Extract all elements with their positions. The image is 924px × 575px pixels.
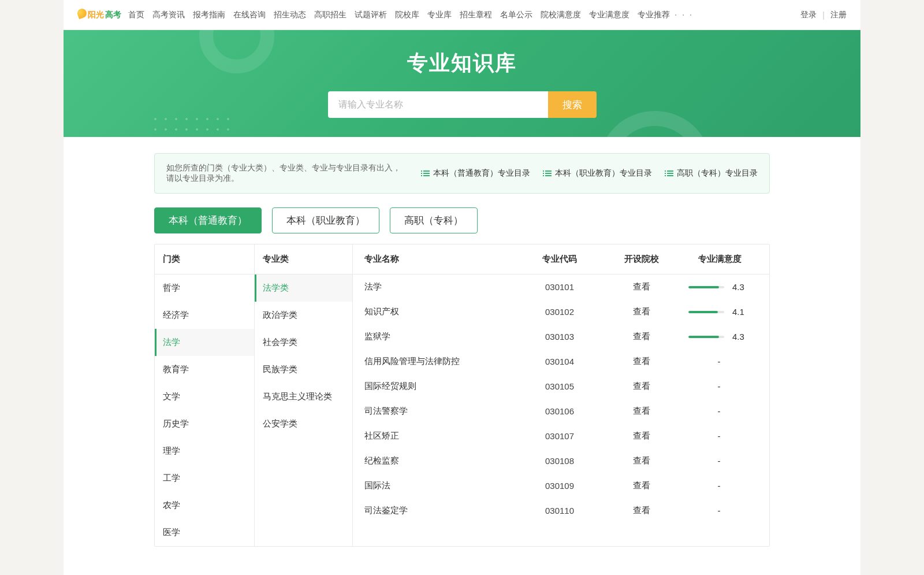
subclass-item[interactable]: 公安学类 (255, 410, 352, 437)
catalog-link-1[interactable]: 本科（职业教育）专业目录 (545, 168, 652, 179)
level-tab-0[interactable]: 本科（普通教育） (154, 207, 262, 233)
hero-decor-ring (199, 30, 274, 73)
nav-item-10[interactable]: 名单公示 (500, 10, 532, 20)
content: 如您所查的门类（专业大类）、专业类、专业与专业目录有出入，请以专业目录为准。 本… (154, 137, 770, 547)
nav-item-6[interactable]: 试题评析 (355, 10, 387, 20)
nav-item-8[interactable]: 专业库 (427, 10, 452, 20)
view-schools-link[interactable]: 查看 (601, 281, 682, 292)
search-button[interactable]: 搜索 (548, 91, 597, 118)
major-row: 司法鉴定学030110查看- (353, 498, 769, 523)
major-name[interactable]: 司法鉴定学 (353, 505, 518, 516)
score-bar (688, 336, 724, 338)
major-score: - (682, 456, 769, 466)
view-schools-link[interactable]: 查看 (601, 431, 682, 442)
category-item[interactable]: 教育学 (155, 356, 254, 383)
view-schools-link[interactable]: 查看 (601, 406, 682, 417)
search-wrap: 搜索 (328, 91, 597, 118)
nav-item-12[interactable]: 专业满意度 (589, 10, 629, 20)
major-name[interactable]: 监狱学 (353, 331, 518, 342)
catalog-link-0[interactable]: 本科（普通教育）专业目录 (423, 168, 530, 179)
major-code: 030103 (518, 332, 601, 342)
category-item[interactable]: 哲学 (155, 274, 254, 302)
major-score: 4.3 (682, 282, 769, 292)
view-schools-link[interactable]: 查看 (601, 455, 682, 466)
major-row: 司法警察学030106查看- (353, 399, 769, 424)
score-empty: - (688, 431, 750, 441)
major-name[interactable]: 信用风险管理与法律防控 (353, 356, 518, 367)
major-row: 信用风险管理与法律防控030104查看- (353, 349, 769, 374)
category-item[interactable]: 经济学 (155, 302, 254, 329)
view-schools-link[interactable]: 查看 (601, 356, 682, 367)
major-name[interactable]: 司法警察学 (353, 406, 518, 417)
major-name[interactable]: 社区矫正 (353, 431, 518, 442)
score-value: 4.3 (732, 282, 750, 292)
score-empty: - (688, 481, 750, 491)
major-code: 030105 (518, 381, 601, 391)
catalog-link-label: 本科（职业教育）专业目录 (555, 168, 652, 179)
search-input[interactable] (328, 91, 548, 118)
header-major-name: 专业名称 (353, 244, 518, 274)
level-tab-1[interactable]: 本科（职业教育） (272, 207, 379, 233)
category-item[interactable]: 文学 (155, 383, 254, 410)
subclass-item[interactable]: 政治学类 (255, 302, 352, 329)
nav-item-11[interactable]: 院校满意度 (541, 10, 581, 20)
nav-item-5[interactable]: 高职招生 (314, 10, 346, 20)
major-code: 030107 (518, 431, 601, 441)
majors-column: 专业名称 专业代码 开设院校 专业满意度 法学030101查看4.3知识产权03… (353, 244, 769, 546)
level-tab-2[interactable]: 高职（专科） (390, 207, 478, 233)
nav-item-3[interactable]: 在线咨询 (233, 10, 266, 20)
major-code: 030110 (518, 506, 601, 515)
majors-header-row: 专业名称 专业代码 开设院校 专业满意度 (353, 244, 769, 274)
category-header: 门类 (155, 244, 254, 274)
nav-item-13[interactable]: 专业推荐 (638, 10, 670, 20)
category-item[interactable]: 医学 (155, 519, 254, 546)
nav-item-0[interactable]: 首页 (128, 10, 144, 20)
top-nav: 阳光 高考 首页高考资讯报考指南在线咨询招生动态高职招生试题评析院校库专业库招生… (64, 0, 860, 30)
catalog-link-2[interactable]: 高职（专科）专业目录 (667, 168, 758, 179)
nav-item-4[interactable]: 招生动态 (274, 10, 306, 20)
major-row: 纪检监察030108查看- (353, 448, 769, 473)
major-score: 4.1 (682, 307, 769, 317)
view-schools-link[interactable]: 查看 (601, 306, 682, 317)
major-name[interactable]: 国际经贸规则 (353, 381, 518, 392)
subclass-item[interactable]: 社会学类 (255, 329, 352, 356)
subclass-item[interactable]: 马克思主义理论类 (255, 383, 352, 410)
major-score: 4.3 (682, 332, 769, 342)
logo-mark: 阳光 (77, 10, 104, 20)
hero-title: 专业知识库 (407, 49, 517, 77)
catalog-link-label: 本科（普通教育）专业目录 (433, 168, 530, 179)
view-schools-link[interactable]: 查看 (601, 331, 682, 342)
major-score: - (682, 431, 769, 441)
major-row: 国际法030109查看- (353, 473, 769, 498)
header-score: 专业满意度 (682, 244, 769, 274)
category-item[interactable]: 法学 (155, 329, 254, 356)
view-schools-link[interactable]: 查看 (601, 480, 682, 491)
major-name[interactable]: 法学 (353, 281, 518, 292)
major-code: 030102 (518, 307, 601, 317)
major-name[interactable]: 知识产权 (353, 306, 518, 317)
category-item[interactable]: 理学 (155, 437, 254, 465)
major-row: 国际经贸规则030105查看- (353, 374, 769, 399)
major-score: - (682, 481, 769, 491)
register-link[interactable]: 注册 (830, 10, 847, 20)
nav-item-2[interactable]: 报考指南 (193, 10, 225, 20)
site-logo[interactable]: 阳光 高考 (77, 10, 121, 20)
view-schools-link[interactable]: 查看 (601, 381, 682, 392)
nav-item-9[interactable]: 招生章程 (460, 10, 492, 20)
category-item[interactable]: 农学 (155, 492, 254, 519)
nav-items: 首页高考资讯报考指南在线咨询招生动态高职招生试题评析院校库专业库招生章程名单公示… (128, 10, 670, 20)
subclass-item[interactable]: 法学类 (255, 274, 352, 302)
view-schools-link[interactable]: 查看 (601, 505, 682, 516)
score-bar (688, 311, 724, 313)
score-empty: - (688, 381, 750, 391)
category-item[interactable]: 工学 (155, 465, 254, 492)
nav-item-7[interactable]: 院校库 (395, 10, 419, 20)
nav-more-icon[interactable]: · · · (675, 10, 693, 20)
login-link[interactable]: 登录 (800, 10, 817, 20)
notice-text: 如您所查的门类（专业大类）、专业类、专业与专业目录有出入，请以专业目录为准。 (166, 163, 408, 184)
major-name[interactable]: 纪检监察 (353, 455, 518, 466)
nav-item-1[interactable]: 高考资讯 (152, 10, 185, 20)
subclass-item[interactable]: 民族学类 (255, 356, 352, 383)
major-name[interactable]: 国际法 (353, 480, 518, 491)
category-item[interactable]: 历史学 (155, 410, 254, 437)
